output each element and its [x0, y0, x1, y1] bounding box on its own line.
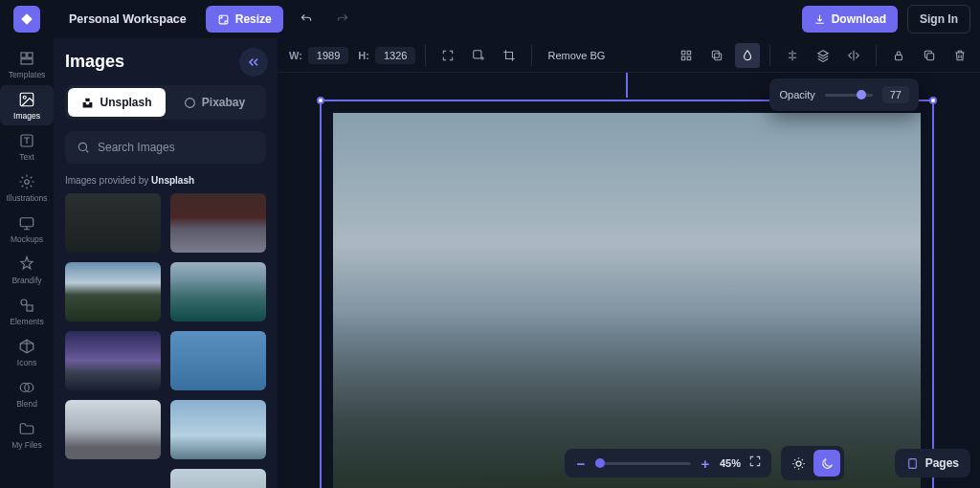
rail-label: Elements — [10, 317, 43, 326]
selection-box[interactable] — [320, 100, 934, 488]
image-thumb[interactable] — [65, 193, 161, 253]
height-value[interactable]: 1326 — [375, 47, 415, 64]
search-box[interactable] — [65, 131, 266, 164]
opacity-value[interactable]: 77 — [882, 86, 909, 103]
image-thumb[interactable] — [170, 262, 266, 322]
opacity-slider[interactable] — [825, 94, 873, 97]
redo-icon — [336, 12, 349, 26]
rail-item-elements[interactable]: Elements — [0, 291, 54, 331]
layers-icon — [816, 49, 830, 62]
width-value[interactable]: 1989 — [308, 47, 348, 64]
rail-label: My Files — [11, 440, 42, 450]
replace-image-button[interactable] — [466, 43, 491, 68]
svg-point-24 — [796, 461, 801, 466]
trash-icon — [953, 49, 967, 62]
tab-pixabay[interactable]: Pixabay — [166, 88, 263, 117]
svg-rect-0 — [219, 15, 228, 24]
rail-item-images[interactable]: Images — [0, 85, 54, 125]
svg-rect-3 — [21, 59, 33, 64]
rail-item-blend[interactable]: Blend — [0, 373, 54, 413]
image-thumb[interactable] — [170, 331, 266, 390]
rail-label: Text — [19, 152, 34, 162]
undo-button[interactable] — [293, 6, 320, 33]
grid-icon — [679, 49, 693, 62]
workspace-name[interactable]: Personal Workspace — [69, 12, 187, 26]
align-icon — [786, 49, 799, 62]
rail-item-brandify[interactable]: Brandify — [0, 250, 54, 290]
image-plus-icon — [472, 49, 485, 62]
zoom-out-button[interactable]: − — [574, 455, 588, 472]
image-thumb[interactable] — [170, 193, 266, 253]
attribution-prefix: Images provided by — [65, 175, 151, 186]
svg-rect-2 — [28, 53, 33, 57]
rail-label: Templates — [9, 70, 46, 79]
delete-button[interactable] — [947, 43, 972, 68]
svg-point-5 — [23, 96, 26, 99]
crop-button[interactable] — [497, 43, 522, 68]
image-thumb[interactable] — [65, 331, 161, 390]
remove-bg-button[interactable]: Remove BG — [542, 46, 611, 65]
image-thumb[interactable] — [170, 400, 266, 459]
theme-light-button[interactable] — [785, 450, 812, 477]
resize-handle-tr[interactable] — [929, 97, 937, 104]
folder-icon — [18, 420, 35, 437]
redo-button[interactable] — [329, 6, 356, 33]
icons-icon — [18, 338, 35, 355]
duplicate-layer-button[interactable] — [704, 43, 729, 68]
pixabay-icon — [184, 97, 196, 109]
rail-item-icons[interactable]: Icons — [0, 332, 54, 372]
copy-layer-icon — [710, 49, 724, 62]
collapse-panel-button[interactable] — [239, 48, 268, 77]
images-icon — [18, 91, 35, 108]
flip-icon — [847, 49, 860, 62]
copy-icon — [923, 49, 936, 62]
tab-unsplash[interactable]: Unsplash — [68, 88, 166, 117]
selected-image[interactable] — [333, 113, 921, 488]
zoom-fit-button[interactable] — [748, 455, 762, 472]
svg-rect-1 — [21, 53, 26, 57]
image-thumb[interactable] — [65, 400, 161, 459]
image-thumb[interactable] — [65, 262, 161, 322]
lock-button[interactable] — [886, 43, 911, 68]
align-button[interactable] — [780, 43, 805, 68]
thumbnail-grid — [65, 193, 266, 488]
brandify-icon — [18, 255, 35, 273]
rail-item-myfiles[interactable]: My Files — [0, 414, 54, 455]
rail-item-templates[interactable]: Templates — [0, 44, 54, 84]
svg-rect-19 — [687, 56, 691, 60]
zoom-slider-thumb[interactable] — [595, 458, 605, 468]
images-panel: Images Unsplash Pixabay Images provided … — [54, 38, 278, 488]
svg-rect-18 — [681, 56, 685, 60]
search-input[interactable] — [98, 141, 255, 154]
svg-point-14 — [78, 143, 86, 150]
opacity-slider-thumb[interactable] — [857, 90, 866, 100]
resize-button[interactable]: Resize — [206, 6, 283, 33]
svg-rect-25 — [908, 458, 916, 468]
logo-diamond-icon — [20, 12, 33, 26]
layers-button[interactable] — [811, 43, 835, 68]
rail-item-mockups[interactable]: Mockups — [0, 209, 54, 249]
opacity-button[interactable] — [735, 43, 760, 68]
signin-button[interactable]: Sign In — [907, 5, 970, 33]
svg-rect-22 — [896, 55, 902, 59]
fit-screen-button[interactable] — [435, 43, 460, 68]
pages-button[interactable]: Pages — [895, 449, 970, 477]
position-button[interactable] — [674, 43, 699, 68]
download-button-label: Download — [832, 12, 886, 26]
duplicate-button[interactable] — [917, 43, 942, 68]
canvas[interactable] — [278, 73, 980, 488]
blend-icon — [18, 379, 35, 396]
app-logo[interactable] — [13, 6, 40, 33]
attribution-provider[interactable]: Unsplash — [151, 175, 194, 186]
height-label: H: — [358, 50, 369, 61]
flip-button[interactable] — [841, 43, 866, 68]
rail-item-text[interactable]: Text — [0, 126, 54, 166]
image-thumb[interactable] — [170, 469, 266, 488]
zoom-in-button[interactable]: + — [699, 455, 712, 472]
resize-handle-tl[interactable] — [317, 97, 324, 104]
theme-dark-button[interactable] — [813, 450, 840, 477]
rail-item-illustrations[interactable]: Illustrations — [0, 167, 54, 208]
download-button[interactable]: Download — [802, 6, 898, 33]
svg-rect-10 — [27, 305, 33, 311]
zoom-slider[interactable] — [595, 462, 691, 465]
